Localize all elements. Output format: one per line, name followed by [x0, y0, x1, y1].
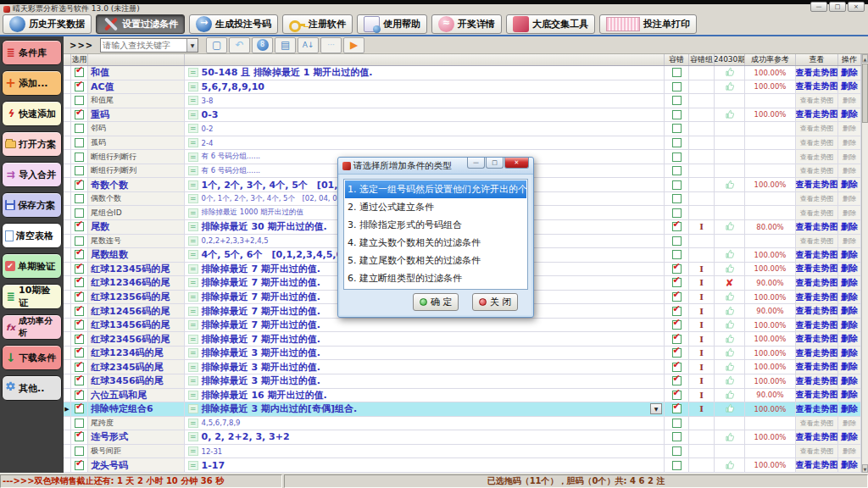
delete-link[interactable]: 删除: [843, 124, 856, 133]
condition-name[interactable]: 极号间距: [88, 445, 185, 458]
view-trend-link[interactable]: 查看走势图: [796, 263, 838, 274]
view-trend-link[interactable]: 查看走势图: [800, 236, 834, 246]
tolerance-checkbox[interactable]: ✔: [672, 292, 682, 302]
table-row[interactable]: 邻码=0-2查看走势图删除: [64, 122, 861, 136]
dialog-maximize-button[interactable]: □: [486, 158, 504, 169]
delete-link[interactable]: 删除: [841, 333, 858, 345]
tolerance-checkbox[interactable]: [672, 152, 682, 162]
collapse-arrows[interactable]: >>>: [64, 41, 97, 50]
view-trend-link[interactable]: 查看走势图: [796, 389, 838, 401]
dialog-list-item[interactable]: 5. 建立尾数个数相关的过滤条件: [345, 252, 526, 269]
ball-tool-button[interactable]: 8: [252, 37, 273, 53]
delete-link[interactable]: 删除: [841, 403, 858, 415]
tolerance-checkbox[interactable]: ✔: [672, 222, 682, 231]
condition-desc[interactable]: =2-4: [185, 136, 665, 150]
view-trend-link[interactable]: 查看走势图: [800, 419, 834, 428]
search-input[interactable]: [101, 41, 186, 50]
tolerance-checkbox[interactable]: [672, 82, 682, 92]
delete-link[interactable]: 删除: [841, 277, 858, 289]
row-selector[interactable]: [64, 178, 71, 191]
table-row[interactable]: ✔AC值=5,6,7,8,9,10100.00%查看走势图删除: [64, 80, 861, 95]
row-checkbox[interactable]: ✔: [75, 320, 84, 330]
filter-settings-button[interactable]: 设置过滤条件: [96, 14, 185, 34]
condition-desc[interactable]: =排除掉最近 3 期开出过的值.: [185, 360, 665, 374]
condition-desc[interactable]: =0-2: [185, 122, 665, 136]
table-row[interactable]: ✔红球2345码的尾=排除掉最近 3 期开出过的值.✔I100.00%查看走势图…: [64, 360, 861, 374]
close-button[interactable]: ×: [848, 2, 865, 12]
table-row[interactable]: 尾跨度=4,5,6,7,8,9查看走势图删除: [64, 417, 861, 431]
condition-name[interactable]: 红球12345码的尾: [88, 263, 185, 276]
tolerance-checkbox[interactable]: ✔: [672, 320, 682, 330]
condition-name[interactable]: 六位五码和尾: [88, 389, 185, 402]
condition-desc[interactable]: =1-17: [185, 458, 665, 472]
view-trend-link[interactable]: 查看走势图: [796, 277, 838, 289]
row-checkbox[interactable]: [75, 208, 84, 218]
delete-link[interactable]: 删除: [843, 194, 856, 203]
sidebar-item-save-plan[interactable]: 保存方案: [2, 192, 62, 218]
history-data-button[interactable]: 历史开奖数据: [3, 14, 92, 34]
sidebar-item-clear-table[interactable]: 清空表格: [2, 223, 62, 248]
condition-name[interactable]: 孤码: [88, 136, 185, 150]
row-selector[interactable]: [64, 304, 71, 318]
view-trend-link[interactable]: 查看走势图: [796, 67, 838, 79]
table-row[interactable]: ✔红球1234码的尾=排除掉最近 3 期开出过的值.✔I100.00%查看走势图…: [64, 347, 861, 361]
row-selector[interactable]: [64, 108, 71, 122]
view-trend-link[interactable]: 查看走势图: [800, 124, 834, 133]
tolerance-checkbox[interactable]: [672, 96, 682, 105]
view-trend-link[interactable]: 查看走势图: [796, 179, 838, 191]
row-checkbox[interactable]: [75, 166, 84, 175]
view-trend-link[interactable]: 查看走势图: [800, 194, 834, 203]
sort-button[interactable]: A↓: [298, 37, 319, 53]
more-button[interactable]: ···: [320, 37, 342, 53]
delete-link[interactable]: 删除: [841, 249, 858, 261]
condition-name[interactable]: 红球1234码的尾: [88, 347, 185, 360]
row-checkbox[interactable]: ✔: [75, 292, 84, 302]
dialog-list-item[interactable]: 6. 建立断组类型的过滤条件: [345, 269, 526, 287]
row-checkbox[interactable]: ✔: [75, 68, 84, 77]
condition-name[interactable]: 尾组合ID: [88, 206, 185, 219]
tolerance-checkbox[interactable]: [672, 180, 682, 190]
run-filter-button[interactable]: ▶: [343, 37, 364, 53]
delete-link[interactable]: 删除: [841, 375, 858, 387]
delete-link[interactable]: 删除: [843, 166, 856, 175]
row-checkbox[interactable]: [75, 124, 84, 133]
table-row[interactable]: ✔红球23456码的尾=排除掉最近 7 期开出过的值.✔I100.00%查看走势…: [64, 332, 861, 347]
delete-link[interactable]: 删除: [841, 67, 858, 79]
table-row[interactable]: 和值尾=3-8查看走势图删除: [64, 94, 861, 108]
condition-desc[interactable]: =0-3: [185, 108, 665, 122]
condition-name[interactable]: 和值: [88, 66, 185, 80]
row-selector[interactable]: [64, 445, 71, 458]
row-checkbox[interactable]: ✔: [75, 391, 84, 400]
generate-numbers-button[interactable]: 生成投注号码: [189, 14, 278, 34]
row-checkbox[interactable]: [75, 236, 84, 246]
combo-dropdown-icon[interactable]: ▼: [186, 39, 198, 52]
row-checkbox[interactable]: ✔: [75, 307, 84, 316]
row-checkbox[interactable]: ✔: [75, 335, 84, 344]
minimize-button[interactable]: —: [810, 2, 827, 12]
condition-name[interactable]: 尾数连号: [88, 235, 185, 248]
tolerance-checkbox[interactable]: ✔: [672, 376, 682, 385]
view-trend-link[interactable]: 查看走势图: [796, 333, 838, 345]
table-row[interactable]: ✔红球13456码的尾=排除掉最近 7 期开出过的值.✔I100.00%查看走势…: [64, 319, 861, 333]
tolerance-checkbox[interactable]: [672, 419, 682, 428]
dialog-minimize-button[interactable]: —: [467, 158, 485, 169]
delete-link[interactable]: 删除: [841, 319, 858, 331]
row-checkbox[interactable]: ✔: [75, 404, 84, 413]
delete-link[interactable]: 删除: [841, 361, 858, 373]
view-trend-link[interactable]: 查看走势图: [796, 108, 838, 120]
condition-name[interactable]: 断组行列断列: [88, 164, 185, 178]
dialog-list-item[interactable]: 4. 建立头数个数相关的过滤条件: [345, 234, 526, 252]
scrollbar-thumb[interactable]: [862, 64, 868, 123]
condition-name[interactable]: 龙头号码: [88, 458, 185, 472]
condition-name[interactable]: 尾数: [88, 220, 185, 234]
delete-link[interactable]: 删除: [843, 446, 856, 456]
row-selector[interactable]: [64, 319, 71, 332]
condition-name[interactable]: 尾跨度: [88, 417, 185, 430]
delete-link[interactable]: 删除: [841, 108, 858, 120]
row-checkbox[interactable]: [75, 419, 84, 428]
register-software-button[interactable]: 注册软件: [282, 14, 353, 34]
row-checkbox[interactable]: ✔: [75, 348, 84, 358]
condition-name[interactable]: 重码: [88, 108, 185, 122]
condition-desc[interactable]: =排除掉最近 3 期内出过的[奇偶]组合.▼: [185, 402, 665, 416]
tolerance-checkbox[interactable]: [672, 110, 682, 119]
